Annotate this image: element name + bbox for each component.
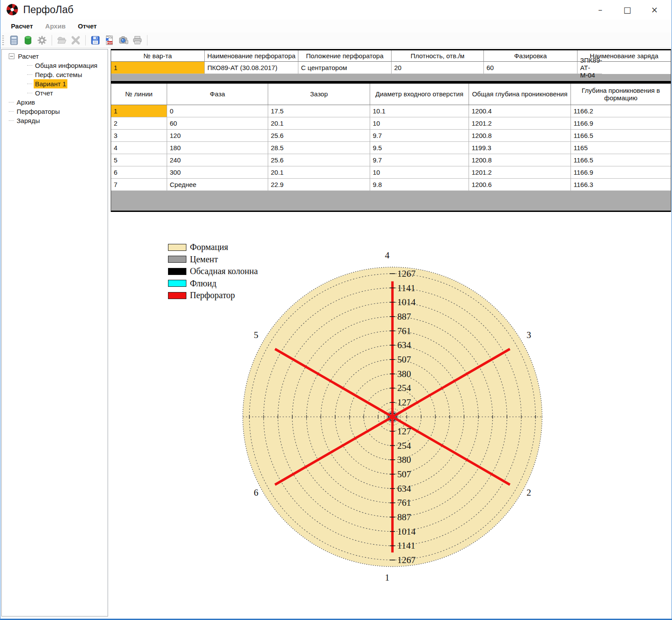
table-cell[interactable]: 1199.3 xyxy=(469,142,571,154)
table-cell[interactable]: 1200.4 xyxy=(469,105,571,117)
maximize-button[interactable]: □ xyxy=(614,0,641,19)
spoke-label: 1 xyxy=(385,572,390,583)
save-icon[interactable] xyxy=(89,34,102,46)
axis-tick-label: 507 xyxy=(397,469,411,479)
tree-item[interactable]: Перфораторы xyxy=(2,107,108,116)
delete-icon xyxy=(69,34,82,46)
table-cell[interactable]: 22.9 xyxy=(268,179,370,191)
column-header[interactable]: Фаза xyxy=(167,84,268,105)
axis-tick-label: 1267 xyxy=(397,268,416,279)
table-cell[interactable]: 60 xyxy=(167,117,268,130)
tree-item[interactable]: Расчет xyxy=(2,52,108,61)
table-cell[interactable]: 1166.9 xyxy=(571,166,671,179)
table-cell[interactable]: 10 xyxy=(370,166,469,179)
variant-table-body: 1ПКО89-АТ (30.08.2017)С центратором2060З… xyxy=(111,62,671,74)
toolbar-grip[interactable] xyxy=(2,35,4,45)
toolbar-separator xyxy=(52,35,52,46)
axis-tick-label: 634 xyxy=(397,483,411,494)
menu-item-отчет[interactable]: Отчет xyxy=(72,22,103,30)
column-header[interactable]: Фазировка xyxy=(484,50,578,62)
table-row: 418028.59.51199.31165 xyxy=(111,142,671,154)
table-cell[interactable]: 20.1 xyxy=(268,166,370,179)
menu-item-расчет[interactable]: Расчет xyxy=(5,22,39,30)
export-pdf-icon[interactable]: PDF xyxy=(103,34,116,46)
table-cell[interactable]: 20.1 xyxy=(268,117,370,130)
column-header[interactable]: Глубина проникновения в формацию xyxy=(571,84,671,105)
toolbar-separator xyxy=(147,35,147,46)
table-cell[interactable]: 1166.5 xyxy=(571,154,671,166)
tree-item-label: Заряды xyxy=(15,116,41,125)
axis-tick-label: 254 xyxy=(397,440,411,451)
column-header[interactable]: Наименование перфоратора xyxy=(205,50,298,62)
window-controls: – □ × xyxy=(587,0,668,19)
settings-gear-icon[interactable] xyxy=(35,34,49,46)
table-cell[interactable]: 28.5 xyxy=(268,142,370,154)
table-cell[interactable]: 10.1 xyxy=(370,105,469,117)
table-cell[interactable]: 1165 xyxy=(571,142,671,154)
calculator-icon[interactable] xyxy=(7,34,21,46)
navigation-panel: РасчетОбщая информацияПерф. системыВариа… xyxy=(1,49,108,616)
close-button[interactable]: × xyxy=(641,0,668,19)
table-cell[interactable]: 1 xyxy=(111,62,205,74)
chart-area: 1271272542543803805075076346347617618878… xyxy=(110,245,672,620)
table-cell[interactable]: С центратором xyxy=(298,62,392,74)
axis-tick-label: 1141 xyxy=(397,540,415,551)
table-cell[interactable]: 10 xyxy=(370,117,469,130)
table-cell[interactable]: 25.6 xyxy=(268,154,370,166)
table-cell[interactable]: 4 xyxy=(111,142,167,154)
tree-item[interactable]: Заряды xyxy=(2,116,108,125)
table-cell[interactable]: 5 xyxy=(111,154,167,166)
column-header[interactable]: Плотность, отв./м xyxy=(392,50,484,62)
table-cell[interactable]: 1200.8 xyxy=(469,130,571,142)
column-header[interactable]: Диаметр входного отверстия xyxy=(370,84,469,105)
table-cell[interactable]: 1166.5 xyxy=(571,130,671,142)
table-cell[interactable]: 1166.9 xyxy=(571,117,671,130)
table-cell[interactable]: 1200.6 xyxy=(469,179,571,191)
table-cell[interactable]: 300 xyxy=(167,166,268,179)
axis-tick-label: 1014 xyxy=(397,297,416,307)
table-cell[interactable]: ПКО89-АТ (30.08.2017) xyxy=(205,62,298,74)
table-cell[interactable]: 60 xyxy=(484,62,578,74)
table-cell[interactable]: 7 xyxy=(111,179,167,191)
tree-item[interactable]: Общая информация xyxy=(2,61,108,70)
table-cell[interactable]: 1201.2 xyxy=(469,117,571,130)
tree-item[interactable]: Перф. системы xyxy=(2,70,108,79)
table-cell[interactable]: 9.7 xyxy=(370,130,469,142)
table-cell[interactable]: 1166.2 xyxy=(571,105,671,117)
table-cell[interactable]: 3 xyxy=(111,130,167,142)
tree-item[interactable]: Архив xyxy=(2,98,108,107)
tree-item[interactable]: Вариант 1 xyxy=(2,79,108,88)
table-cell[interactable]: 2 xyxy=(111,117,167,130)
column-header[interactable]: Зазор xyxy=(268,84,370,105)
column-header[interactable]: № линии xyxy=(111,84,167,105)
collapse-icon[interactable] xyxy=(9,53,14,59)
tree-item-label: Общая информация xyxy=(34,61,99,70)
table-cell[interactable]: 9.5 xyxy=(370,142,469,154)
database-icon[interactable] xyxy=(21,34,35,46)
table-cell[interactable]: 9.7 xyxy=(370,154,469,166)
table-cell[interactable]: 0 xyxy=(167,105,268,117)
menu-item-архив: Архив xyxy=(39,22,72,30)
table-cell[interactable]: 1201.2 xyxy=(469,166,571,179)
table-cell[interactable]: ЗПК89-АТ-М-04 xyxy=(578,62,602,74)
tree-item[interactable]: Отчет xyxy=(2,88,108,98)
table-cell[interactable]: 1200.8 xyxy=(469,154,571,166)
minimize-button[interactable]: – xyxy=(587,0,614,19)
spoke-label: 5 xyxy=(254,330,259,340)
table-cell[interactable]: 25.6 xyxy=(268,130,370,142)
print-icon[interactable] xyxy=(131,34,144,46)
table-cell[interactable]: 1166.3 xyxy=(571,179,671,191)
preview-icon[interactable] xyxy=(117,34,130,46)
table-cell[interactable]: 17.5 xyxy=(268,105,370,117)
table-cell[interactable]: 240 xyxy=(167,154,268,166)
table-cell[interactable]: Среднее xyxy=(167,179,268,191)
column-header[interactable]: № вар-та xyxy=(111,50,205,62)
table-cell[interactable]: 20 xyxy=(392,62,484,74)
column-header[interactable]: Положение перфоратора xyxy=(298,50,392,62)
table-cell[interactable]: 6 xyxy=(111,166,167,179)
table-cell[interactable]: 1 xyxy=(111,105,167,117)
table-cell[interactable]: 9.8 xyxy=(370,179,469,191)
table-cell[interactable]: 120 xyxy=(167,130,268,142)
table-cell[interactable]: 180 xyxy=(167,142,268,154)
column-header[interactable]: Общая глубина проникновения xyxy=(469,84,571,105)
